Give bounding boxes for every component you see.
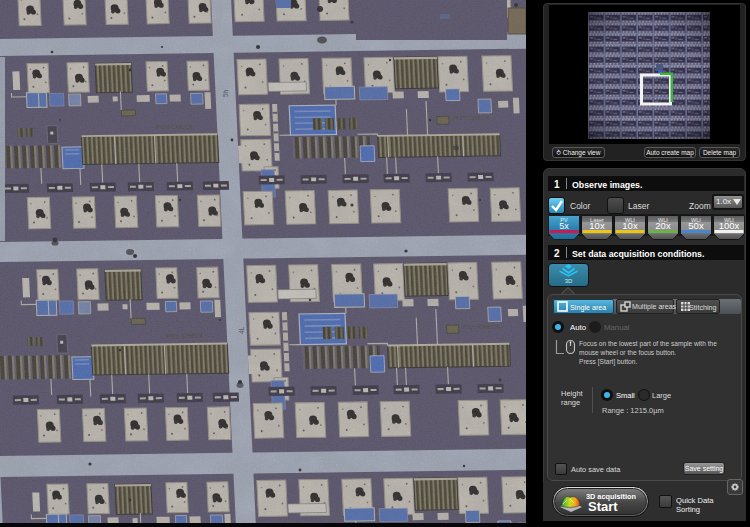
svg-text:10x: 10x <box>622 220 638 231</box>
svg-text:10x: 10x <box>589 220 605 231</box>
svg-text:20x: 20x <box>655 220 671 231</box>
svg-text:50x: 50x <box>688 220 704 231</box>
svg-text:100x: 100x <box>719 220 740 231</box>
svg-text:5x: 5x <box>559 221 569 231</box>
